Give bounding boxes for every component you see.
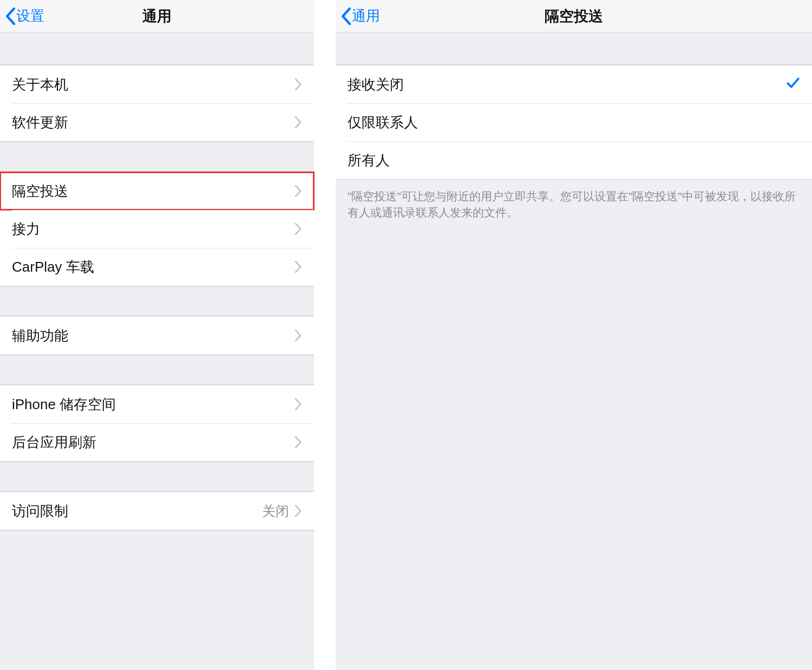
row-carplay[interactable]: CarPlay 车载 [0, 248, 314, 286]
chevron-right-icon [294, 78, 302, 90]
settings-group: 访问限制 关闭 [0, 491, 314, 530]
options-group: 接收关闭 仅限联系人 所有人 [336, 65, 812, 180]
checkmark-icon [786, 76, 800, 94]
row-iphone-storage[interactable]: iPhone 储存空间 [0, 385, 314, 423]
settings-group: iPhone 储存空间 后台应用刷新 [0, 385, 314, 462]
chevron-right-icon [294, 505, 302, 517]
row-about[interactable]: 关于本机 [0, 65, 314, 103]
page-title: 通用 [0, 6, 314, 26]
chevron-right-icon [294, 185, 302, 197]
row-software-update[interactable]: 软件更新 [0, 103, 314, 141]
option-contacts-only[interactable]: 仅限联系人 [336, 103, 812, 141]
option-receiving-off[interactable]: 接收关闭 [336, 65, 812, 103]
settings-group: 辅助功能 [0, 316, 314, 355]
settings-group: 隔空投送 接力 CarPlay 车载 [0, 172, 314, 286]
row-airdrop[interactable]: 隔空投送 [0, 172, 314, 210]
section-spacer [0, 142, 314, 172]
option-label: 接收关闭 [348, 75, 786, 94]
chevron-right-icon [294, 116, 302, 128]
chevron-left-icon [5, 8, 15, 25]
section-spacer [0, 286, 314, 316]
panel-gap [314, 0, 336, 670]
nav-header: 设置 通用 [0, 0, 314, 32]
row-label: 后台应用刷新 [12, 433, 294, 452]
airdrop-settings-panel: 通用 隔空投送 接收关闭 仅限联系人 所有人 "隔空投送"可让您与附近的用户立即… [336, 0, 812, 670]
back-label: 通用 [352, 6, 380, 25]
row-restrictions[interactable]: 访问限制 关闭 [0, 492, 314, 530]
section-spacer [336, 32, 812, 65]
row-label: iPhone 储存空间 [12, 395, 294, 414]
chevron-right-icon [294, 330, 302, 341]
row-value: 关闭 [262, 502, 289, 520]
chevron-right-icon [294, 436, 302, 448]
section-spacer [0, 530, 314, 670]
option-label: 所有人 [348, 151, 800, 170]
row-handoff[interactable]: 接力 [0, 210, 314, 248]
option-label: 仅限联系人 [348, 113, 800, 132]
settings-group: 关于本机 软件更新 [0, 65, 314, 142]
chevron-right-icon [294, 398, 302, 410]
row-label: 隔空投送 [12, 182, 294, 201]
chevron-left-icon [341, 8, 351, 25]
row-label: 软件更新 [12, 113, 294, 132]
back-button[interactable]: 设置 [0, 6, 44, 25]
chevron-right-icon [294, 223, 302, 235]
row-label: 接力 [12, 220, 294, 239]
row-label: 辅助功能 [12, 326, 294, 345]
row-label: CarPlay 车载 [12, 258, 294, 277]
section-spacer [0, 32, 314, 65]
back-label: 设置 [16, 6, 44, 25]
nav-header: 通用 隔空投送 [336, 0, 812, 32]
section-spacer [0, 462, 314, 491]
footer-description: "隔空投送"可让您与附近的用户立即共享。您可以设置在"隔空投送"中可被发现，以接… [336, 180, 812, 230]
row-accessibility[interactable]: 辅助功能 [0, 317, 314, 354]
section-spacer [0, 355, 314, 385]
option-everyone[interactable]: 所有人 [336, 141, 812, 179]
general-settings-panel: 设置 通用 关于本机 软件更新 隔空投送 接力 CarPlay 车载 [0, 0, 314, 670]
back-button[interactable]: 通用 [336, 6, 380, 25]
empty-fill [336, 230, 812, 670]
chevron-right-icon [294, 261, 302, 273]
page-title: 隔空投送 [336, 6, 812, 26]
row-background-refresh[interactable]: 后台应用刷新 [0, 423, 314, 461]
row-label: 关于本机 [12, 75, 294, 94]
row-label: 访问限制 [12, 502, 262, 521]
